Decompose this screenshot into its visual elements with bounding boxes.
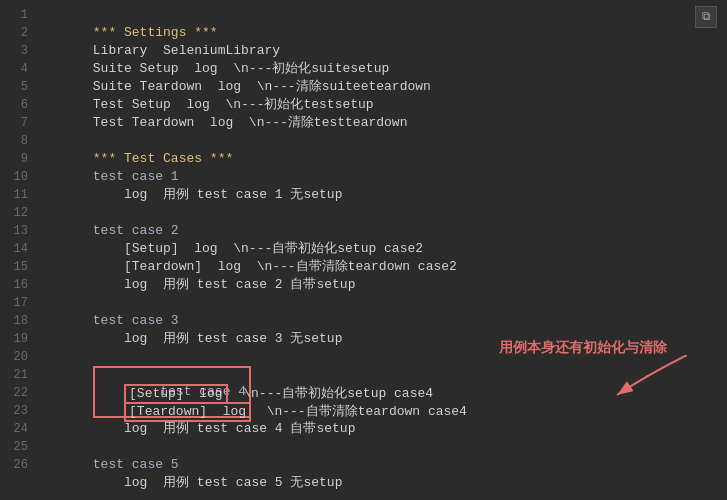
line-num-25: 25 bbox=[0, 438, 36, 456]
line-num-24: 24 bbox=[0, 420, 36, 438]
line-num-12: 12 bbox=[0, 204, 36, 222]
code-line-21: [Setup] log \n---自带初始化setup case4 bbox=[46, 366, 727, 384]
line-num-4: 4 bbox=[0, 60, 36, 78]
code-line-12: test case 2 bbox=[46, 204, 727, 222]
code-line-2: Library SeleniumLibrary bbox=[46, 24, 727, 42]
line-num-22: 22 bbox=[0, 384, 36, 402]
line-num-14: 14 bbox=[0, 240, 36, 258]
code-line-16 bbox=[46, 276, 727, 294]
code-line-11 bbox=[46, 186, 727, 204]
code-line-25: test case 5 bbox=[46, 438, 727, 456]
line-num-5: 5 bbox=[0, 78, 36, 96]
code-area: *** Settings *** Library SeleniumLibrary… bbox=[36, 0, 727, 500]
code-line-15: log 用例 test case 2 自带setup bbox=[46, 258, 727, 276]
line26-text: log 用例 test case 5 无setup bbox=[93, 475, 343, 490]
line-num-3: 3 bbox=[0, 42, 36, 60]
code-line-3: Suite Setup log \n---初始化suitesetup bbox=[46, 42, 727, 60]
code-line-10: log 用例 test case 1 无setup bbox=[46, 168, 727, 186]
code-line-13: [Setup] log \n---自带初始化setup case2 bbox=[46, 222, 727, 240]
line-numbers: 1 2 3 4 5 6 7 8 9 10 11 12 13 14 15 16 1… bbox=[0, 0, 36, 500]
line-num-18: 18 bbox=[0, 312, 36, 330]
code-line-7 bbox=[46, 114, 727, 132]
code-line-14: [Teardown] log \n---自带清除teardown case2 bbox=[46, 240, 727, 258]
line-num-20: 20 bbox=[0, 348, 36, 366]
code-line-18: log 用例 test case 3 无setup bbox=[46, 312, 727, 330]
line-num-15: 15 bbox=[0, 258, 36, 276]
line-num-23: 23 bbox=[0, 402, 36, 420]
line-num-11: 11 bbox=[0, 186, 36, 204]
code-line-5: Test Setup log \n---初始化testsetup bbox=[46, 78, 727, 96]
line-num-2: 2 bbox=[0, 24, 36, 42]
line-num-10: 10 bbox=[0, 168, 36, 186]
line-num-6: 6 bbox=[0, 96, 36, 114]
line-num-8: 8 bbox=[0, 132, 36, 150]
line-num-16: 16 bbox=[0, 276, 36, 294]
copy-button[interactable]: ⧉ bbox=[695, 6, 717, 28]
code-line-4: Suite Teardown log \n---清除suiteeteardown bbox=[46, 60, 727, 78]
line-num-13: 13 bbox=[0, 222, 36, 240]
code-line-8: *** Test Cases *** bbox=[46, 132, 727, 150]
code-line-23: log 用例 test case 4 自带setup bbox=[46, 402, 727, 420]
code-line-1: *** Settings *** bbox=[46, 6, 727, 24]
line-num-26: 26 bbox=[0, 456, 36, 474]
line-num-21: 21 bbox=[0, 366, 36, 384]
code-line-26: log 用例 test case 5 无setup bbox=[46, 456, 727, 474]
line-num-1: 1 bbox=[0, 6, 36, 24]
line-num-17: 17 bbox=[0, 294, 36, 312]
line-num-19: 19 bbox=[0, 330, 36, 348]
line-num-9: 9 bbox=[0, 150, 36, 168]
code-line-9: test case 1 bbox=[46, 150, 727, 168]
annotation-text: 用例本身还有初始化与清除 bbox=[499, 339, 667, 357]
line-num-7: 7 bbox=[0, 114, 36, 132]
code-line-24 bbox=[46, 420, 727, 438]
code-line-22: [Teardown] log \n---自带清除teardown case4 bbox=[46, 384, 727, 402]
editor-container: 1 2 3 4 5 6 7 8 9 10 11 12 13 14 15 16 1… bbox=[0, 0, 727, 500]
code-line-6: Test Teardown log \n---清除testteardown bbox=[46, 96, 727, 114]
code-line-17: test case 3 bbox=[46, 294, 727, 312]
